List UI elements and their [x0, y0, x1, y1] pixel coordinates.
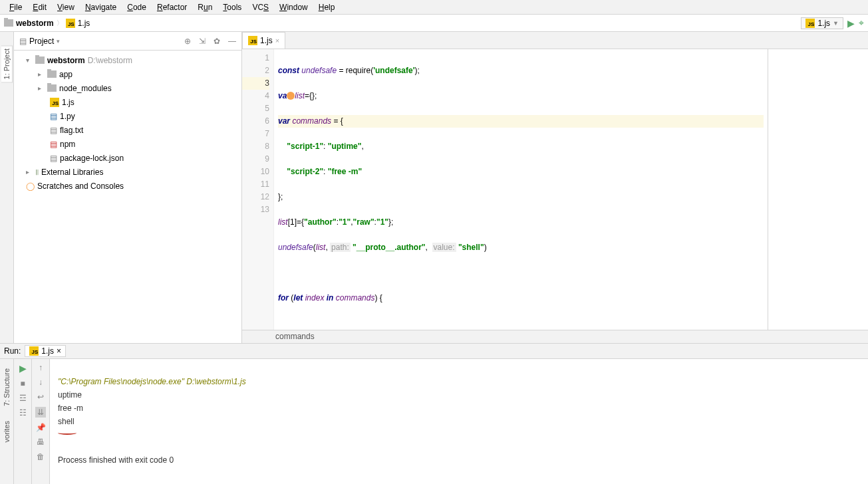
up-icon[interactable]: ↑ [39, 363, 43, 372]
scratch-icon: ◯ [26, 182, 35, 191]
run-config-label: 1.js [817, 19, 830, 28]
close-icon[interactable]: × [275, 37, 279, 45]
down-icon[interactable]: ↓ [39, 378, 43, 387]
breadcrumb[interactable]: webstorm 〉 JS 1.js [4, 19, 90, 28]
collapse-icon[interactable]: ⇲ [199, 37, 206, 46]
menu-edit[interactable]: Edit [27, 1, 52, 13]
npm-icon: ▤ [50, 140, 57, 149]
run-button[interactable]: ▶ [847, 18, 855, 29]
menu-file[interactable]: FFileile [4, 1, 27, 13]
js-file-icon: JS [66, 19, 75, 28]
editor-area: JS 1.js × 1 2 3 4 5 6 7 8 9 10 11 12 13 … [242, 32, 868, 343]
wrap-icon[interactable]: ↩ [37, 392, 44, 402]
menu-navigate[interactable]: Navigate [80, 1, 122, 13]
console-line: free -m [58, 404, 83, 413]
js-file-icon: JS [29, 346, 39, 356]
navigation-bar: webstorm 〉 JS 1.js JS 1.js ▼ ▶ ⌖ [0, 15, 868, 32]
menu-vcs[interactable]: VCS [247, 1, 274, 13]
console-output[interactable]: "C:\Program Files\nodejs\node.exe" D:\we… [50, 359, 868, 484]
project-tree[interactable]: ▾ webstorm D:\webstorm ▸app ▸node_module… [14, 51, 241, 343]
tree-folder-node-modules[interactable]: ▸node_modules [14, 81, 241, 95]
tree-file-1-py[interactable]: ▤1.py [14, 109, 241, 123]
folder-icon [47, 70, 57, 78]
project-header: ▤ Project ▾ ⊕ ⇲ ✿ — [14, 32, 241, 51]
txt-file-icon: ▤ [50, 126, 57, 135]
locate-icon[interactable]: ⊕ [184, 37, 191, 46]
tree-file-npm[interactable]: ▤npm [14, 137, 241, 151]
project-root-name: webstorm [47, 56, 85, 65]
toolbar-right: JS 1.js ▼ ▶ ⌖ [801, 17, 864, 29]
tree-file-1-js[interactable]: JS1.js [14, 95, 241, 109]
editor-tabs: JS 1.js × [242, 32, 868, 49]
inspection-bulb-icon[interactable] [287, 92, 295, 100]
js-file-icon: JS [248, 36, 257, 45]
pin-icon[interactable]: 📌 [36, 423, 46, 432]
menu-tools[interactable]: Tools [217, 1, 247, 13]
project-tool-tab[interactable]: 1: Project [1, 45, 13, 82]
js-file-icon: JS [50, 98, 59, 107]
py-file-icon: ▤ [50, 112, 57, 121]
main-area: 1: Project ▤ Project ▾ ⊕ ⇲ ✿ — ▾ webstor… [0, 32, 868, 343]
annotation-underline [58, 431, 76, 435]
context-label: commands [275, 332, 315, 341]
layout2-button[interactable]: ☷ [19, 408, 27, 418]
menu-help[interactable]: Help [313, 1, 341, 13]
console-exit: Process finished with exit code 0 [58, 455, 174, 465]
trash-icon[interactable]: 🗑 [37, 452, 45, 461]
console-line: uptime [58, 390, 82, 400]
console-line: shell [58, 417, 74, 426]
left-tool-stripe: 1: Project [0, 32, 14, 343]
menu-run[interactable]: Run [192, 1, 217, 13]
tree-file-flag-txt[interactable]: ▤flag.txt [14, 123, 241, 137]
menu-window[interactable]: Window [274, 1, 313, 13]
favorites-tool-tab[interactable]: vorites [1, 418, 12, 445]
run-panel: Run: JS 1.js × 7: Structure vorites ▶ ■ … [0, 343, 868, 484]
menu-code[interactable]: Code [122, 1, 152, 13]
menu-view[interactable]: View [52, 1, 80, 13]
json-file-icon: ▤ [50, 154, 57, 163]
tree-folder-app[interactable]: ▸app [14, 67, 241, 81]
editor-tab-1-js[interactable]: JS 1.js × [242, 32, 285, 49]
folder-icon [47, 84, 57, 92]
tree-file-package-lock[interactable]: ▤package-lock.json [14, 151, 241, 165]
rerun-button[interactable]: ▶ [19, 363, 27, 374]
code-editor[interactable]: 1 2 3 4 5 6 7 8 9 10 11 12 13 const unde… [242, 49, 868, 330]
editor-tab-label: 1.js [260, 36, 273, 45]
project-root[interactable]: ▾ webstorm D:\webstorm [14, 53, 241, 67]
stop-button[interactable]: ■ [20, 379, 25, 388]
external-libraries[interactable]: ▸⫴External Libraries [14, 165, 241, 179]
project-title[interactable]: Project [29, 37, 54, 46]
menu-bar: FFileile Edit View Navigate Code Refacto… [0, 0, 868, 15]
chevron-down-icon[interactable]: ▾ [57, 38, 60, 45]
breadcrumb-root[interactable]: webstorm [16, 19, 54, 28]
run-label: Run: [4, 346, 21, 356]
structure-tool-tab[interactable]: 7: Structure [1, 366, 12, 409]
folder-icon [4, 19, 13, 27]
layout-button[interactable]: ☲ [19, 394, 27, 403]
close-icon[interactable]: × [57, 346, 61, 356]
run-actions-col-1: ▶ ■ ☲ ☷ [14, 359, 32, 484]
settings-icon[interactable]: ✿ [214, 37, 220, 46]
run-tabs: Run: JS 1.js × [0, 344, 868, 359]
run-config-selector[interactable]: JS 1.js ▼ [801, 17, 843, 29]
line-gutter[interactable]: 1 2 3 4 5 6 7 8 9 10 11 12 13 [242, 49, 274, 330]
project-panel: ▤ Project ▾ ⊕ ⇲ ✿ — ▾ webstorm D:\websto… [14, 32, 242, 343]
menu-refactor[interactable]: Refactor [152, 1, 192, 13]
breadcrumb-file[interactable]: 1.js [78, 19, 90, 28]
editor-context-bar: commands [242, 330, 868, 343]
hide-icon[interactable]: — [228, 37, 236, 46]
project-root-path: D:\webstorm [88, 56, 132, 65]
console-command: "C:\Program Files\nodejs\node.exe" D:\we… [58, 377, 246, 386]
scratches-consoles[interactable]: ◯Scratches and Consoles [14, 179, 241, 193]
chevron-icon: 〉 [57, 19, 63, 28]
js-file-icon: JS [805, 19, 815, 28]
run-actions-col-2: ↑ ↓ ↩ ⇊ 📌 🖶 🗑 [32, 359, 50, 484]
code-body[interactable]: const undefsafe = require('undefsafe'); … [274, 49, 768, 330]
left-tool-stripe-lower: 7: Structure vorites [0, 359, 14, 484]
chevron-down-icon: ▼ [833, 20, 839, 27]
debug-button[interactable]: ⌖ [859, 17, 864, 29]
scroll-icon[interactable]: ⇊ [35, 407, 46, 418]
run-tab-1-js[interactable]: JS 1.js × [25, 345, 66, 357]
print-icon[interactable]: 🖶 [37, 437, 45, 447]
library-icon: ⫴ [35, 168, 39, 177]
